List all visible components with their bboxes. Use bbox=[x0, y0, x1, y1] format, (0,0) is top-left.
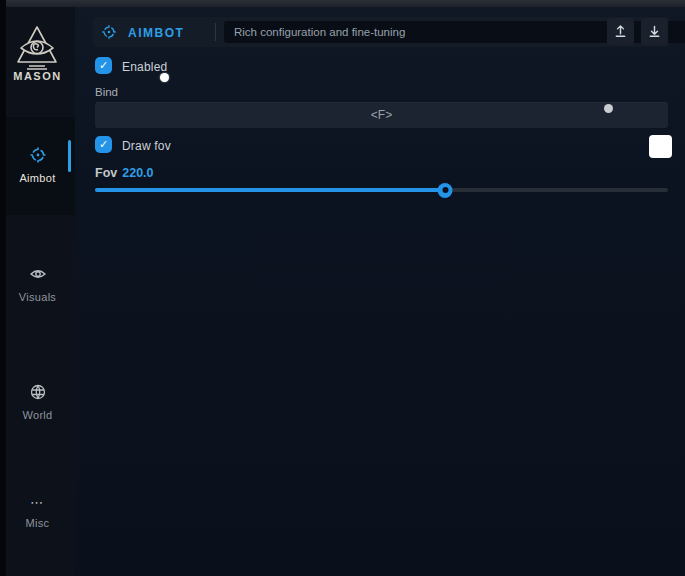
logo-label: MASON bbox=[0, 70, 75, 82]
bind-label: Bind bbox=[95, 86, 118, 98]
draw-fov-checkbox[interactable]: ✓ bbox=[95, 136, 112, 153]
page-header: AIMBOT Rich configuration and fine-tunin… bbox=[93, 17, 670, 47]
draw-fov-label: Draw fov bbox=[122, 139, 171, 153]
eye-icon bbox=[29, 265, 47, 283]
fov-slider[interactable] bbox=[95, 188, 668, 192]
upload-config-button[interactable] bbox=[607, 18, 634, 45]
cursor-dot bbox=[160, 73, 169, 82]
globe-icon bbox=[29, 383, 47, 401]
sidebar-item-aimbot[interactable]: Aimbot bbox=[0, 146, 75, 186]
bind-key-input[interactable]: <F> bbox=[95, 102, 668, 128]
check-icon: ✓ bbox=[99, 138, 108, 150]
mason-app-window: MASON Aimbot Visuals bbox=[0, 0, 685, 576]
enabled-label: Enabled bbox=[122, 60, 167, 74]
window-top-edge bbox=[0, 0, 685, 7]
cursor-trail-dot bbox=[604, 104, 613, 113]
sidebar-item-visuals[interactable]: Visuals bbox=[0, 265, 75, 305]
sidebar-item-label: World bbox=[22, 409, 52, 421]
header-divider bbox=[215, 23, 216, 41]
sidebar-item-world[interactable]: World bbox=[0, 383, 75, 423]
fov-color-swatch[interactable] bbox=[649, 135, 672, 158]
window-left-edge bbox=[0, 0, 6, 576]
page-title: AIMBOT bbox=[128, 26, 184, 40]
sidebar-item-label: Aimbot bbox=[19, 172, 55, 184]
fov-slider-thumb[interactable] bbox=[438, 183, 453, 198]
enabled-checkbox[interactable]: ✓ bbox=[95, 57, 112, 74]
fov-label-row: Fov220.0 bbox=[95, 166, 154, 180]
sidebar-item-label: Visuals bbox=[19, 291, 56, 303]
fov-value: 220.0 bbox=[122, 166, 153, 180]
fov-slider-fill bbox=[95, 188, 445, 192]
sidebar-item-label: Misc bbox=[26, 517, 50, 529]
download-config-button[interactable] bbox=[641, 18, 668, 45]
crosshair-icon bbox=[101, 24, 117, 40]
check-icon: ✓ bbox=[99, 59, 108, 71]
ellipsis-icon: ⋯ bbox=[0, 498, 75, 508]
fov-label: Fov bbox=[95, 166, 117, 180]
crosshair-icon bbox=[29, 146, 47, 164]
sidebar-item-misc[interactable]: ⋯ Misc bbox=[0, 498, 75, 531]
sidebar: MASON Aimbot Visuals bbox=[0, 7, 75, 576]
upload-icon bbox=[613, 24, 628, 39]
mason-logo-icon bbox=[13, 24, 61, 70]
download-icon bbox=[647, 24, 662, 39]
